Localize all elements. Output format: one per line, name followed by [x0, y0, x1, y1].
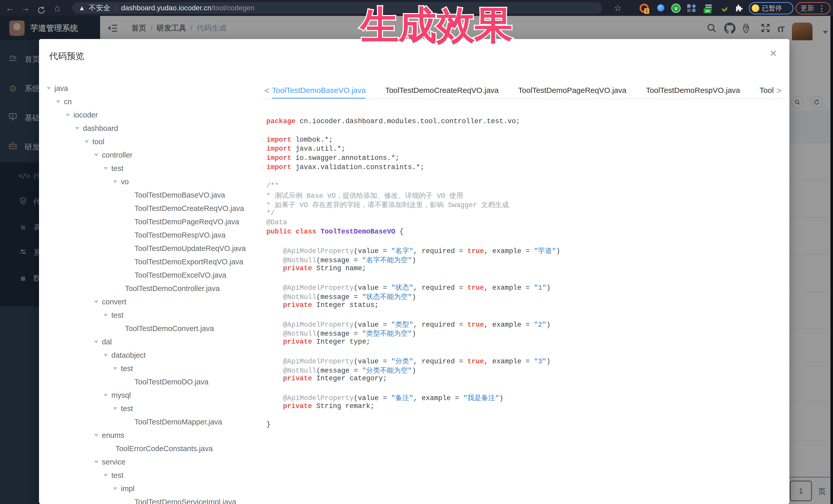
tabs-prev-icon[interactable]: < — [262, 86, 272, 95]
tree-file[interactable]: ToolTestDemoExcelVO.java — [47, 268, 262, 282]
tree-file[interactable]: ToolTestDemoRespVO.java — [47, 229, 262, 242]
tree-file[interactable]: ToolTestDemoCreateReqVO.java — [47, 202, 262, 215]
tree-label: controller — [102, 151, 133, 159]
tree-folder[interactable]: java — [47, 81, 262, 95]
url-path[interactable]: /tool/codegen — [211, 4, 255, 12]
on-badge: on — [704, 8, 711, 13]
caret-down-icon[interactable] — [94, 154, 98, 157]
caret-down-icon[interactable] — [75, 127, 79, 130]
file-tab[interactable]: ToolTestDemoCreateReqVO.java — [385, 82, 499, 99]
caret-down-icon[interactable] — [113, 487, 117, 490]
code-line — [266, 384, 782, 393]
tree-label: test — [111, 164, 123, 173]
tree-label: ToolTestDemoController.java — [125, 284, 220, 293]
file-tab[interactable]: ToolTe — [760, 82, 774, 99]
caret-down-icon[interactable] — [85, 140, 89, 143]
tree-file[interactable]: ToolTestDemoExportReqVO.java — [47, 255, 262, 268]
tree-file[interactable]: ToolTestDemoDO.java — [47, 375, 262, 388]
tree-folder[interactable]: convert — [47, 295, 262, 309]
tree-folder[interactable]: service — [47, 455, 262, 469]
tree-label: ToolTestDemoRespVO.java — [135, 231, 225, 239]
security-label[interactable]: 不安全 — [89, 3, 110, 13]
code-line: @ApiModelProperty(value = "类型", required… — [266, 320, 782, 329]
tree-file[interactable]: ToolTestDemoMapper.java — [47, 415, 262, 429]
caret-down-icon[interactable] — [94, 340, 98, 343]
tree-folder[interactable]: impl — [47, 482, 262, 495]
code-view[interactable]: package cn.iocoder.dashboard.modules.too… — [266, 118, 782, 430]
close-icon[interactable]: × — [770, 47, 777, 59]
extensions-puzzle-icon[interactable] — [735, 4, 743, 12]
tree-folder[interactable]: iocoder — [47, 108, 262, 122]
caret-down-icon[interactable] — [113, 407, 117, 410]
code-line: @ApiModelProperty(value = "备注", example … — [266, 393, 782, 402]
tree-label: ToolTestDemoExportReqVO.java — [135, 258, 243, 266]
file-tab[interactable]: ToolTestDemoBaseVO.java — [272, 82, 366, 99]
caret-down-icon[interactable] — [94, 434, 98, 437]
extension-squares-icon[interactable] — [687, 4, 696, 12]
browser-scrollbar[interactable] — [830, 16, 833, 504]
caret-down-icon[interactable] — [66, 114, 70, 117]
tree-file[interactable]: ToolTestDemoBaseVO.java — [47, 188, 262, 202]
caret-down-icon[interactable] — [94, 301, 98, 303]
screen: ← → ⌂ ▲ 不安全 dashboard.yudao.iocoder.cn/t… — [0, 0, 833, 504]
paused-label: 已暂停 — [762, 4, 782, 13]
tree-folder[interactable]: enums — [47, 429, 262, 442]
code-line — [266, 347, 782, 356]
tree-folder[interactable]: dataobject — [47, 349, 262, 362]
caret-down-icon[interactable] — [94, 461, 98, 463]
extension-list-icon[interactable]: on — [704, 4, 713, 12]
forward-icon[interactable]: → — [19, 0, 32, 16]
caret-down-icon[interactable] — [104, 314, 108, 317]
tree-file[interactable]: ToolTestDemoPageReqVO.java — [47, 215, 262, 229]
bookmark-star-icon[interactable]: ☆ — [614, 0, 622, 16]
extension-paused-pill[interactable]: 已暂停 — [749, 2, 793, 15]
tree-folder[interactable]: test — [47, 162, 262, 175]
tree-file[interactable]: ToolTestDemoUpdateReqVO.java — [47, 242, 262, 255]
tree-folder[interactable]: test — [47, 362, 262, 375]
file-tab[interactable]: ToolTestDemoPageReqVO.java — [518, 82, 626, 99]
extension-green-v-icon[interactable]: v — [671, 4, 680, 12]
home-icon[interactable]: ⌂ — [51, 0, 64, 16]
tree-folder[interactable]: controller — [47, 148, 262, 162]
back-icon[interactable]: ← — [4, 0, 17, 16]
code-line: @ApiModelProperty(value = "状态", required… — [266, 283, 782, 292]
caret-down-icon[interactable] — [104, 394, 108, 397]
browser-update-button[interactable]: 更新 ⋮ — [795, 2, 830, 15]
tree-label: vo — [121, 177, 129, 186]
tabs-next-icon[interactable]: > — [774, 86, 784, 95]
url-host[interactable]: dashboard.yudao.iocoder.cn — [121, 4, 211, 12]
tree-file[interactable]: ToolTestDemoServiceImpl.java — [47, 495, 262, 504]
code-line — [266, 127, 782, 136]
tree-folder[interactable]: test — [47, 402, 262, 415]
caret-down-icon[interactable] — [104, 354, 108, 357]
tree-label: cn — [64, 97, 72, 106]
tree-folder[interactable]: vo — [47, 175, 262, 188]
extension-orange-icon[interactable]: 1 — [640, 4, 648, 12]
tree-folder[interactable]: test — [47, 469, 262, 482]
file-tab[interactable]: ToolTestDemoRespVO.java — [646, 82, 740, 99]
tree-folder[interactable]: dal — [47, 335, 262, 349]
extension-blue-drop-icon[interactable] — [657, 4, 665, 12]
tree-folder[interactable]: mysql — [47, 388, 262, 402]
caret-down-icon[interactable] — [113, 367, 117, 370]
reload-icon[interactable] — [35, 0, 48, 16]
code-line: private Integer status; — [266, 301, 782, 311]
caret-down-icon[interactable] — [47, 87, 51, 90]
tree-folder[interactable]: test — [47, 309, 262, 322]
extension-plant-icon[interactable] — [720, 4, 729, 12]
tree-folder[interactable]: cn — [47, 95, 262, 108]
caret-down-icon[interactable] — [56, 100, 60, 103]
tree-file[interactable]: ToolTestDemoController.java — [47, 282, 262, 295]
kebab-menu-icon[interactable]: ⋮ — [818, 4, 826, 13]
tree-label: test — [121, 364, 133, 373]
tree-folder[interactable]: tool — [47, 135, 262, 148]
caret-down-icon[interactable] — [104, 474, 108, 477]
caret-down-icon[interactable] — [104, 167, 108, 170]
file-tree: javacniocoderdashboardtoolcontrollertest… — [47, 81, 262, 504]
tree-file[interactable]: ToolErrorCodeConstants.java — [47, 442, 262, 455]
annotation-overlay-title: 生成效果 — [349, 0, 524, 52]
tree-folder[interactable]: dashboard — [47, 122, 262, 135]
code-line: import io.swagger.annotations.*; — [266, 154, 782, 164]
caret-down-icon[interactable] — [113, 181, 117, 183]
tree-file[interactable]: ToolTestDemoConvert.java — [47, 322, 262, 335]
